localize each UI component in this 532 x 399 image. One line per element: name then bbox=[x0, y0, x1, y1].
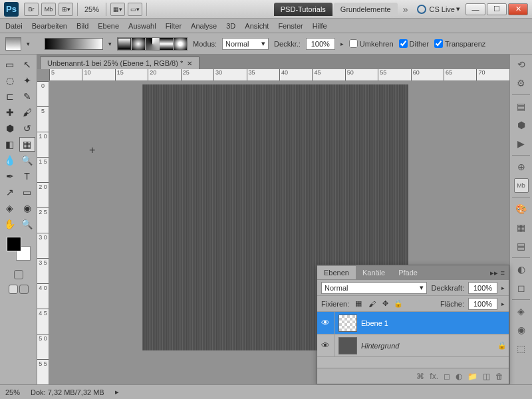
layer-thumbnail[interactable] bbox=[338, 315, 357, 332]
layer-name[interactable]: Hintergrund bbox=[361, 342, 495, 350]
menu-ebene[interactable]: Ebene bbox=[98, 22, 119, 30]
lock-pixels-icon[interactable]: 🖌 bbox=[366, 299, 377, 309]
status-menu-icon[interactable]: ▸ bbox=[115, 388, 119, 396]
transparency-checkbox[interactable]: Transparenz bbox=[434, 39, 485, 48]
layer-row[interactable]: 👁 Hintergrund 🔒 bbox=[317, 334, 509, 357]
status-zoom[interactable]: 25% bbox=[5, 388, 20, 396]
nav-panel-icon[interactable]: ▶ bbox=[514, 136, 529, 151]
type-tool[interactable]: T bbox=[19, 169, 35, 184]
lasso-tool[interactable]: ◌ bbox=[2, 73, 18, 88]
ruler-horizontal[interactable]: 510152025303540455055606570 bbox=[49, 69, 509, 81]
color-panel-icon[interactable]: 🎨 bbox=[514, 201, 529, 216]
history-panel-icon[interactable]: ⟲ bbox=[514, 57, 529, 72]
menu-ansicht[interactable]: Ansicht bbox=[245, 22, 269, 30]
menu-filter[interactable]: Filter bbox=[166, 22, 182, 30]
workspace-tab-grundelemente[interactable]: Grundelemente bbox=[334, 3, 398, 16]
gradient-angle[interactable] bbox=[146, 38, 159, 50]
tab-pfade[interactable]: Pfade bbox=[392, 266, 424, 279]
3d-tool[interactable]: ◈ bbox=[2, 201, 18, 215]
menu-auswahl[interactable]: Auswahl bbox=[128, 22, 156, 30]
paths-panel-icon[interactable]: ⬚ bbox=[514, 341, 529, 356]
layer-fx-icon[interactable]: fx. bbox=[430, 372, 438, 381]
tool-preset-picker[interactable] bbox=[5, 37, 21, 51]
gradient-radial[interactable] bbox=[132, 38, 145, 50]
mb-panel-icon[interactable]: Mb bbox=[514, 178, 529, 193]
adjustment-layer-icon[interactable]: ◐ bbox=[456, 372, 462, 381]
gradient-preview[interactable] bbox=[45, 38, 103, 50]
new-layer-icon[interactable]: ◫ bbox=[483, 372, 490, 381]
pen-tool[interactable]: ✒ bbox=[2, 169, 18, 184]
masks-panel-icon[interactable]: ◻ bbox=[514, 281, 529, 295]
panel-collapse-icon[interactable]: ▸▸ bbox=[490, 269, 498, 277]
minimize-button[interactable]: — bbox=[466, 3, 485, 15]
menu-3d[interactable]: 3D bbox=[226, 22, 235, 30]
view-extras-button[interactable]: ⊞▾ bbox=[59, 3, 73, 16]
lock-position-icon[interactable]: ✥ bbox=[380, 299, 390, 309]
layer-row[interactable]: 👁 Ebene 1 bbox=[317, 312, 509, 334]
arrange-button[interactable]: ▦▾ bbox=[110, 3, 125, 16]
layer-mask-icon[interactable]: ◻ bbox=[444, 372, 450, 381]
move-tool[interactable]: ▭ bbox=[2, 57, 18, 72]
shape-tool[interactable]: ▭ bbox=[19, 185, 35, 200]
screenmode-full[interactable] bbox=[19, 285, 29, 294]
layer-opacity-value[interactable]: 100% bbox=[468, 282, 497, 294]
menu-analyse[interactable]: Analyse bbox=[191, 22, 217, 30]
zoom-tool[interactable]: 🔍 bbox=[19, 217, 35, 231]
history-brush-tool[interactable]: ↺ bbox=[19, 121, 35, 136]
gradient-tool[interactable]: ▦ bbox=[19, 137, 35, 152]
screenmode-button[interactable]: ▭▾ bbox=[128, 3, 142, 16]
dither-checkbox[interactable]: Dither bbox=[399, 39, 429, 48]
status-doc-size[interactable]: Dok: 7,32 MB/7,32 MB bbox=[31, 388, 104, 396]
ruler-vertical[interactable]: 051 01 52 02 53 03 54 04 55 05 5 bbox=[37, 81, 49, 384]
menu-bild[interactable]: Bild bbox=[76, 22, 88, 30]
workspace-more-icon[interactable]: » bbox=[403, 4, 408, 15]
tab-kanaele[interactable]: Kanäle bbox=[356, 266, 392, 279]
cslive-button[interactable]: CS Live▾ bbox=[417, 5, 460, 14]
layer-group-icon[interactable]: 📁 bbox=[467, 372, 477, 381]
foreground-color[interactable] bbox=[7, 237, 21, 251]
dodge-tool[interactable]: 🔍 bbox=[19, 153, 35, 168]
channels-panel-icon[interactable]: ◉ bbox=[514, 323, 529, 337]
menu-fenster[interactable]: Fenster bbox=[278, 22, 303, 30]
clone-panel-icon[interactable]: ⬢ bbox=[514, 118, 529, 132]
minibridge-button[interactable]: Mb bbox=[41, 3, 56, 16]
close-button[interactable]: ✕ bbox=[508, 3, 528, 15]
layer-thumbnail[interactable] bbox=[338, 337, 357, 354]
layer-name[interactable]: Ebene 1 bbox=[361, 319, 509, 327]
blur-tool[interactable]: 💧 bbox=[2, 153, 18, 168]
healing-tool[interactable]: ✚ bbox=[2, 105, 18, 120]
document-tab[interactable]: Unbenannt-1 bei 25% (Ebene 1, RGB/8) * ✕ bbox=[40, 57, 200, 69]
actions-panel-icon[interactable]: ⚙ bbox=[514, 76, 529, 90]
brush-tool[interactable]: 🖌 bbox=[19, 105, 35, 120]
maximize-button[interactable]: ☐ bbox=[487, 3, 507, 15]
tab-ebenen[interactable]: Ebenen bbox=[317, 266, 356, 279]
screenmode-standard[interactable] bbox=[9, 285, 18, 294]
lock-all-icon[interactable]: 🔒 bbox=[393, 299, 404, 309]
menu-hilfe[interactable]: Hilfe bbox=[313, 22, 327, 30]
magic-wand-tool[interactable]: ✦ bbox=[19, 73, 35, 88]
eyedropper-tool[interactable]: ✎ bbox=[19, 89, 35, 104]
eraser-tool[interactable]: ◧ bbox=[2, 137, 18, 152]
link-layers-icon[interactable]: ⌘ bbox=[416, 372, 424, 381]
3d-camera-tool[interactable]: ◉ bbox=[19, 201, 35, 215]
menu-bearbeiten[interactable]: Bearbeiten bbox=[32, 22, 67, 30]
layer-visibility-icon[interactable]: 👁 bbox=[317, 334, 334, 356]
bridge-button[interactable]: Br bbox=[24, 3, 39, 16]
layer-visibility-icon[interactable]: 👁 bbox=[317, 312, 334, 334]
layers-panel-icon[interactable]: ◈ bbox=[514, 304, 529, 319]
workspace-tab-psdtutorials[interactable]: PSD-Tutorials bbox=[274, 3, 332, 16]
reverse-checkbox[interactable]: Umkehren bbox=[349, 39, 394, 48]
styles-panel-icon[interactable]: ▤ bbox=[514, 239, 529, 253]
crop-tool[interactable]: ⊏ bbox=[2, 89, 18, 104]
zoom-level[interactable]: 25% bbox=[84, 5, 99, 13]
lock-transparency-icon[interactable]: ▦ bbox=[353, 299, 364, 309]
hand-tool[interactable]: ✋ bbox=[2, 217, 18, 231]
adjust-panel-icon[interactable]: ◐ bbox=[514, 262, 529, 277]
gradient-linear[interactable] bbox=[118, 38, 131, 50]
gradient-diamond[interactable] bbox=[174, 38, 187, 50]
stamp-tool[interactable]: ⬢ bbox=[2, 121, 18, 136]
swatches-panel-icon[interactable]: ▦ bbox=[514, 220, 529, 235]
document-close-icon[interactable]: ✕ bbox=[187, 60, 192, 67]
menu-datei[interactable]: Datei bbox=[5, 22, 23, 30]
panel-menu-icon[interactable]: ≡ bbox=[501, 269, 505, 277]
